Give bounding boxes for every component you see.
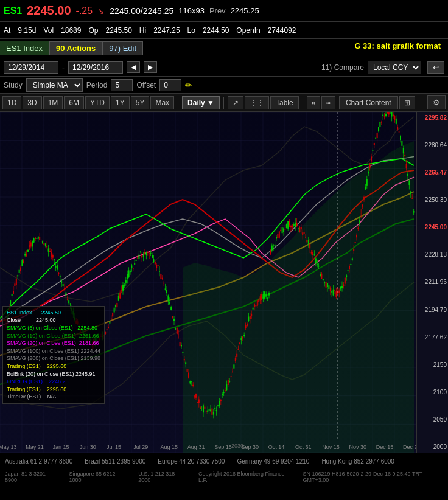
price-main: 2245.00 [27,4,71,18]
price-arrow-icon: ↘ [97,6,105,16]
g33-label: G 33: sait grafik format [354,41,448,55]
price-tick-4: 2250.30 [418,196,447,203]
study-row: Study Simple MA Period Offset ✏ [0,77,448,94]
period-label: Period [86,81,108,89]
price-tick-12: 2050 [418,416,447,423]
op-val: 2245.50 [105,26,131,35]
openin-label: OpenIn [236,26,260,35]
offset-label: Offset [136,81,156,89]
footer-japan: Japan 81 3 3201 8900 [5,471,57,483]
legend-item-4: SMAVG (10) on Close (ES1) 2261.66 [7,332,100,340]
price-tick-3: 2265.47 [418,169,447,176]
sn-label: SN 106219 H816-5020-2 29-Dec-16 9:25:49 … [303,471,443,483]
legend-item-8: Trading (ES1) 2295.60 [7,363,100,370]
compare-label: 11) Compare [321,63,364,72]
date-from-input[interactable] [4,61,58,74]
footer-europe: Europe 44 20 7330 7500 [158,458,225,465]
period-1m[interactable]: 1M [43,96,63,109]
actions-button[interactable]: 90 Actions [49,41,102,55]
price-tick-1: 2295.82 [418,114,447,121]
op-label: Op [88,26,98,35]
price-tick-10: 2150 [418,361,447,368]
left-arrows-icon[interactable]: « [307,96,321,109]
pencil-button[interactable]: ✏ [185,80,192,90]
price-bid-ask: 2245.00/2245.25 [110,6,173,16]
date-row: - ◀ ▶ 11) Compare Local CCY ↩ [0,58,448,77]
footer-hongkong: Hong Kong 852 2977 6000 [321,458,394,465]
daily-dropdown[interactable]: Daily ▼ [182,96,220,109]
line-chart-icon[interactable]: ↗ [228,96,243,109]
prev-label: Prev [209,6,226,15]
price-tick-6: 2228.13 [418,251,447,258]
divider [178,97,178,109]
date-separator: - [62,63,65,72]
bottom-bar: Australia 61 2 9777 8600 Brazil 5511 239… [0,453,448,470]
prev-val: 2245.25 [231,6,259,15]
edit-button[interactable]: 97) Edit [102,41,143,55]
price-change: -.25 [76,5,93,16]
period-row: 1D 3D 1M 6M YTD 1Y 5Y Max Daily ▼ ↗ ⋮⋮ T… [0,94,448,112]
lo-val: 2244.50 [203,26,229,35]
prev-nav-button[interactable]: ◀ [127,61,140,73]
chart-content-button[interactable]: Chart Content [339,96,398,109]
price-tick-9: 2177.62 [418,334,447,341]
lo-label: Lo [187,26,195,35]
at-time: 9:15d [18,26,36,35]
price-tick-13: 2000 [418,443,447,450]
vol-val: 18689 [61,26,81,35]
footer-germany: Germany 49 69 9204 1210 [237,458,309,465]
legend-item-2: Close 2245.00 [7,316,100,324]
legend-item-1: ES1 Index 2245.50 [7,309,100,317]
divider3 [303,97,303,109]
footer-singapore: Singapore 65 6212 1000 [69,471,126,483]
vol-label: Vol [43,26,54,35]
price-size: 116x93 [178,6,205,15]
study-label: Study [4,81,23,89]
layout-icon[interactable]: ⊞ [399,96,415,109]
hi-val: 2247.25 [153,26,180,35]
period-ytd[interactable]: YTD [85,96,110,109]
period-input[interactable] [111,79,133,91]
index-label: ES1 Index [0,41,49,55]
next-nav-button[interactable]: ▶ [144,61,157,73]
legend-item-10: LINREG (ES1) 2246.25 [7,378,100,386]
compare-icon[interactable]: ≈ [321,96,335,109]
date-to-input[interactable] [68,61,123,74]
price-tick-11: 2100 [418,389,447,395]
period-1y[interactable]: 1Y [111,96,130,109]
legend-item-9: BolBnk (20) on Close (ES1) 2245.91 [7,370,100,378]
table-button[interactable]: Table [270,96,299,109]
legend-item-11: Trading (ES1) 2295.60 [7,386,100,394]
legend-box: ES1 Index 2245.50 Close 2245.00 SMAVG (5… [2,306,105,404]
copyright-bar: Japan 81 3 3201 8900 Singapore 65 6212 1… [0,470,448,484]
price-scale: 2295.82 2280.64 2265.47 2250.30 2245.00 … [416,112,448,453]
hi-label: Hi [139,26,146,35]
footer-us: U.S. 1 212 318 2000 [138,471,186,483]
price-tick-8: 2194.79 [418,307,447,313]
ticker-symbol: ES1 [4,5,22,16]
offset-input[interactable] [159,79,181,91]
candlestick-icon[interactable]: ⋮⋮ [245,96,269,109]
settings-button[interactable]: ⚙ [427,95,446,109]
price-tick-5: 2245.00 [418,224,447,231]
legend-item-7: SMAVG (200) on Close (ES1) 2139.98 [7,355,100,363]
divider2 [223,97,224,109]
price-tick-7: 2211.96 [418,279,447,285]
footer-australia: Australia 61 2 9777 8600 [5,458,72,465]
period-5y[interactable]: 5Y [131,96,150,109]
period-1d[interactable]: 1D [2,96,21,109]
ccy-select[interactable]: Local CCY [368,61,421,74]
legend-item-3: SMAVG (5) on Close (ES1) 2254.80 [7,324,100,332]
period-3d[interactable]: 3D [23,96,41,109]
period-6m[interactable]: 6M [64,96,84,109]
period-max[interactable]: Max [150,96,174,109]
study-type-select[interactable]: Simple MA [26,78,83,92]
footer-brazil: Brazil 5511 2395 9000 [85,458,145,465]
openin-val: 2744092 [268,26,296,35]
chart-area: 2295.82 2280.64 2265.47 2250.30 2245.00 … [0,112,448,453]
at-label: At [4,26,10,35]
legend-item-12: TimeDv (ES1) N/A [7,393,100,401]
legend-item-5: SMAVG (20) on Close (ES1) 2181.66 [7,339,100,347]
info-bar: At 9:15d Vol 18689 Op 2245.50 Hi 2247.25… [0,22,448,39]
reset-button[interactable]: ↩ [427,61,444,74]
